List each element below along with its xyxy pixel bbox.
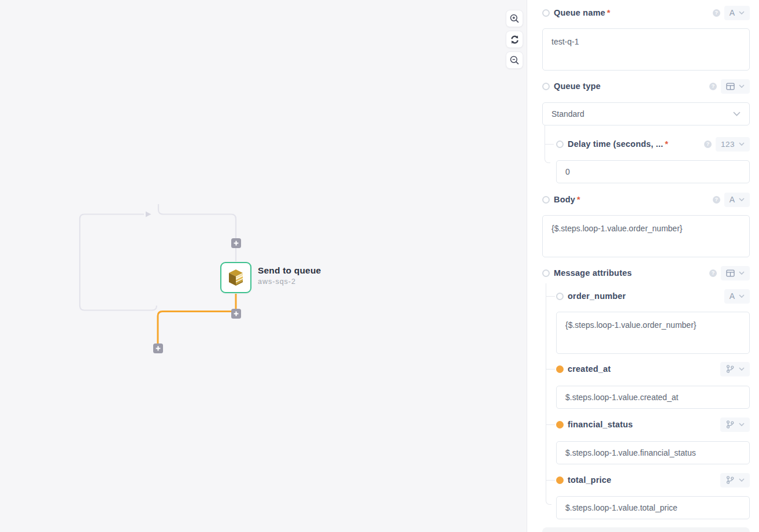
type-selector-number[interactable]: 123	[716, 137, 750, 152]
chevron-down-icon	[739, 11, 745, 14]
plus-icon	[234, 241, 239, 246]
delay-time-input[interactable]	[556, 160, 750, 183]
tree-connector	[545, 125, 554, 145]
field-toggle-mapped[interactable]	[556, 476, 564, 484]
node-title: Send to queue	[258, 265, 321, 276]
tree-connector	[546, 296, 555, 370]
plus-icon	[234, 311, 239, 316]
flow-canvas[interactable]: Send to queue aws-sqs-2	[0, 0, 527, 532]
required-mark: *	[577, 195, 580, 204]
chevron-down-icon	[739, 84, 745, 88]
type-selector-reference[interactable]	[720, 418, 750, 432]
selected-option: Standard	[551, 109, 584, 119]
next-section-header[interactable]	[542, 527, 750, 532]
field-label: Queue name	[554, 8, 605, 17]
text-type-icon: A	[730, 291, 735, 301]
chevron-down-icon	[739, 478, 745, 482]
field-label: total_price	[568, 475, 612, 485]
node-send-to-queue[interactable]	[220, 262, 251, 293]
required-mark: *	[607, 8, 610, 17]
field-toggle[interactable]	[542, 269, 550, 277]
add-node-button-below[interactable]	[231, 309, 241, 319]
zoom-out-button[interactable]	[506, 52, 523, 68]
outgoing-edge	[158, 312, 232, 345]
field-label: financial_status	[568, 420, 633, 429]
number-type-icon: 123	[721, 140, 735, 149]
text-type-icon: A	[730, 8, 735, 17]
zoom-in-button[interactable]	[506, 10, 523, 27]
chevron-down-icon	[739, 142, 745, 146]
type-selector-text[interactable]: A	[724, 193, 750, 207]
field-toggle[interactable]	[542, 9, 550, 17]
type-selector-reference[interactable]	[720, 362, 750, 376]
field-row-financial-status: financial_status	[556, 417, 750, 432]
help-icon[interactable]: ?	[709, 269, 717, 277]
field-label: Message attributes	[554, 268, 632, 278]
text-type-icon: A	[730, 195, 735, 204]
field-row-order-number: order_number A	[556, 289, 750, 304]
field-toggle-mapped[interactable]	[556, 365, 564, 373]
field-row-body: Body * ? A	[542, 192, 750, 207]
field-row-created-at: created_at	[556, 361, 750, 376]
tree-connector	[546, 424, 555, 481]
field-toggle[interactable]	[556, 141, 564, 148]
total-price-input[interactable]	[556, 496, 750, 519]
field-row-message-attributes: Message attributes ?	[542, 265, 750, 280]
help-icon[interactable]: ?	[704, 141, 712, 148]
field-row-delay-time: Delay time (seconds, ... * ? 123	[556, 136, 750, 152]
tree-connector	[546, 480, 551, 505]
node-config-panel: Queue name * ? A test-q-1 Queue type ?	[527, 0, 759, 532]
node-subtitle: aws-sqs-2	[258, 278, 296, 286]
add-node-button-above[interactable]	[231, 238, 241, 248]
branch-icon	[725, 475, 735, 485]
financial-status-input[interactable]	[556, 441, 750, 464]
table-icon	[726, 83, 735, 90]
help-icon[interactable]: ?	[709, 83, 717, 90]
add-node-button-end[interactable]	[153, 343, 163, 353]
branch-icon	[725, 420, 735, 429]
field-toggle[interactable]	[556, 293, 564, 300]
incoming-edge	[158, 204, 236, 261]
field-label: Queue type	[554, 82, 601, 91]
reset-view-button[interactable]	[506, 31, 523, 47]
created-at-input[interactable]	[556, 386, 750, 409]
field-label: Body	[554, 195, 575, 204]
type-selector-text[interactable]: A	[724, 6, 750, 20]
chevron-down-icon	[739, 294, 745, 298]
tree-connector	[546, 369, 555, 425]
type-selector-table[interactable]	[721, 266, 750, 280]
chevron-down-icon	[739, 271, 745, 275]
aws-sqs-icon	[226, 268, 246, 287]
chevron-down-icon	[739, 198, 745, 201]
plus-icon	[155, 346, 161, 351]
table-icon	[726, 269, 735, 277]
field-label: created_at	[568, 364, 611, 374]
type-selector-reference[interactable]	[720, 473, 750, 487]
zoom-in-icon	[509, 13, 520, 24]
body-input[interactable]: {$.steps.loop-1.value.order_number}	[542, 215, 750, 257]
order-number-input[interactable]: {$.steps.loop-1.value.order_number}	[556, 312, 750, 354]
field-row-queue-name: Queue name * ? A	[542, 5, 750, 20]
branch-icon	[725, 364, 735, 374]
tree-connector	[546, 283, 555, 297]
help-icon[interactable]: ?	[713, 196, 720, 204]
field-row-queue-type: Queue type ?	[542, 79, 750, 94]
type-selector-table[interactable]	[721, 79, 750, 94]
tree-connector	[545, 144, 550, 163]
loop-back-edge	[80, 215, 157, 311]
chevron-down-icon	[739, 367, 745, 371]
field-toggle[interactable]	[542, 196, 550, 204]
field-toggle[interactable]	[542, 83, 550, 90]
required-mark: *	[665, 139, 668, 149]
field-toggle-mapped[interactable]	[556, 421, 564, 428]
field-label: Delay time (seconds, ...	[568, 139, 663, 149]
queue-name-input[interactable]: test-q-1	[542, 28, 750, 71]
field-label: order_number	[568, 291, 626, 301]
queue-type-select[interactable]: Standard	[542, 102, 750, 125]
chevron-down-icon	[733, 112, 741, 116]
zoom-out-icon	[509, 55, 520, 65]
workflow-editor: Send to queue aws-sqs-2	[0, 0, 759, 532]
loop-edge-arrowhead	[146, 212, 151, 217]
help-icon[interactable]: ?	[713, 9, 720, 17]
type-selector-text[interactable]: A	[724, 289, 750, 304]
